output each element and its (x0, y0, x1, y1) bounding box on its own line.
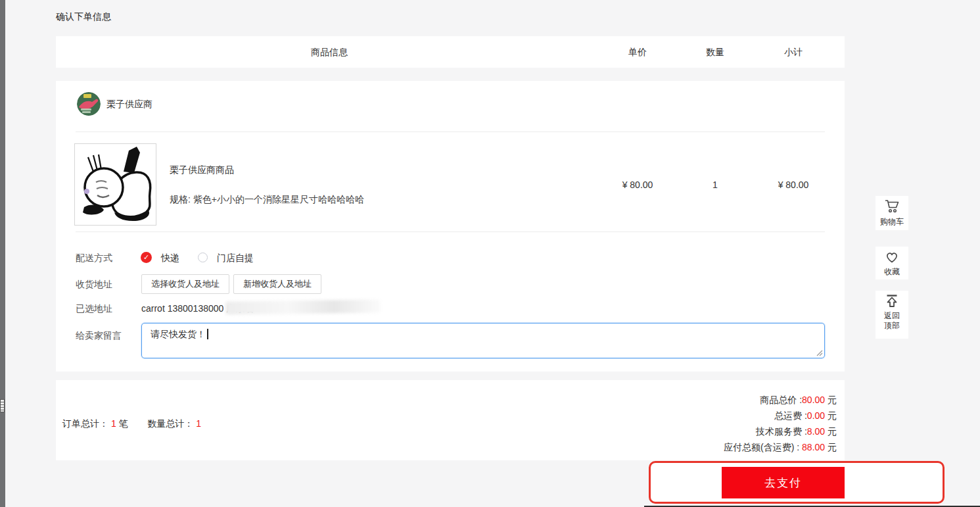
order-confirm-page: 确认下单信息 商品信息 单价 数量 小计 栗子供应商 (0, 0, 980, 507)
summary-line-shipping-fee: 总运费 :0.00 元 (724, 408, 837, 423)
summary-line-payable-total: 应付总额(含运费) : 88.00 元 (724, 439, 837, 455)
add-address-button[interactable]: 新增收货人及地址 (233, 274, 321, 294)
product-unit-price: ¥ 80.00 (622, 180, 653, 190)
product-quantity: 1 (712, 180, 718, 190)
sidebar-item-back-to-top[interactable]: 返回顶部 (875, 291, 908, 339)
page-title: 确认下单信息 (56, 11, 111, 23)
cart-icon (884, 199, 900, 214)
cart-label: 购物车 (880, 217, 904, 227)
price-breakdown: 商品总价 :80.00 元 总运费 :0.00 元 技术服务费 :8.00 元 … (724, 392, 837, 455)
radio-selected-icon[interactable]: ✓ (141, 252, 152, 263)
order-detail-card: 栗子供应商 栗子供应商商品 (56, 81, 845, 372)
back-to-top-label: 返回顶部 (883, 311, 900, 331)
quantity-total-value: 1 (196, 418, 201, 429)
side-panel-handle-icon[interactable] (0, 399, 5, 412)
sidebar-item-favorites[interactable]: 收藏 (875, 247, 908, 279)
selected-address-label: 已选地址 (76, 303, 112, 315)
seller-avatar[interactable] (77, 92, 101, 116)
seller-message-text: 请尽快发货！ (151, 329, 206, 339)
sidebar-item-cart[interactable]: 购物车 (875, 196, 908, 230)
product-name[interactable]: 栗子供应商商品 (170, 164, 234, 176)
summary-line-service-fee: 技术服务费 :8.00 元 (724, 423, 837, 439)
column-product-info: 商品信息 (311, 47, 348, 59)
column-unit-price: 单价 (628, 47, 647, 59)
order-totals-left: 订单总计： 1 笔 数量总计： 1 (62, 418, 201, 430)
address-redacted-blur (225, 299, 381, 314)
text-cursor (207, 329, 208, 339)
delivery-option-express[interactable]: 快递 (161, 253, 179, 264)
resize-handle-icon[interactable] (816, 350, 823, 356)
order-total-unit: 笔 (119, 418, 128, 429)
order-total-label: 订单总计： (62, 418, 108, 429)
column-quantity: 数量 (706, 47, 724, 59)
quantity-total-label: 数量总计： (147, 418, 193, 429)
order-total-value: 1 (111, 418, 116, 429)
summary-line-goods-total: 商品总价 :80.00 元 (724, 392, 837, 408)
seller-message-textarea[interactable]: 请尽快发货！ (141, 323, 825, 358)
seller-name[interactable]: 栗子供应商 (106, 99, 152, 110)
delivery-method-label: 配送方式 (76, 253, 112, 264)
back-to-top-icon (884, 293, 900, 309)
product-spec: 规格: 紫色+小小的一个消除星星尺寸哈哈哈哈哈 (170, 194, 364, 206)
column-subtotal: 小计 (784, 47, 803, 59)
browser-side-strip (0, 0, 5, 507)
favorites-label: 收藏 (884, 267, 900, 277)
address-label: 收货地址 (76, 279, 112, 291)
select-address-button[interactable]: 选择收货人及地址 (141, 274, 229, 294)
delivery-option-pickup[interactable]: 门店自提 (217, 253, 254, 264)
order-table-header: 商品信息 单价 数量 小计 (56, 36, 845, 68)
radio-unselected-icon[interactable] (198, 253, 208, 262)
divider (76, 231, 825, 232)
heart-icon (884, 250, 900, 264)
divider (76, 132, 825, 132)
go-to-pay-button[interactable]: 去支付 (722, 467, 845, 498)
product-subtotal: ¥ 80.00 (778, 180, 809, 190)
product-image[interactable] (74, 143, 156, 226)
seller-message-label: 给卖家留言 (76, 330, 122, 342)
order-summary-card: 订单总计： 1 笔 数量总计： 1 商品总价 :80.00 元 总运费 :0.0… (56, 380, 845, 460)
